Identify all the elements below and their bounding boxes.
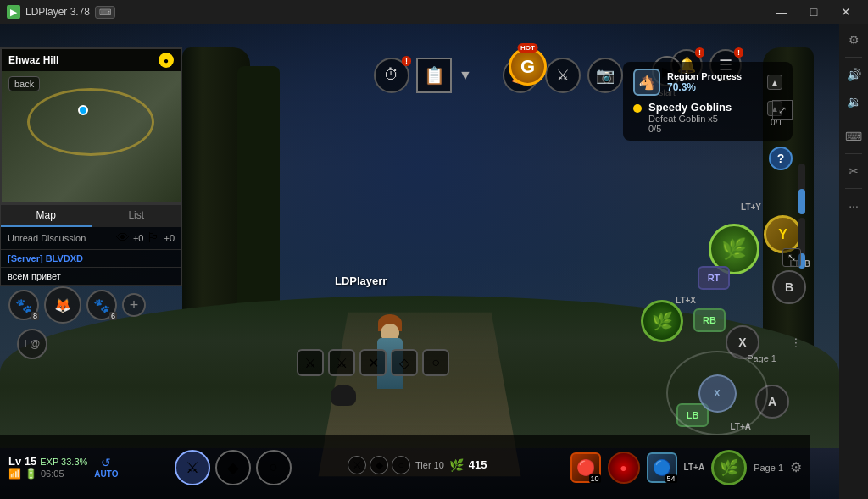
server-row: [Server] BLVDXD	[1, 250, 181, 268]
chat-text: всем привет	[8, 271, 61, 281]
clock-badge: !	[402, 56, 411, 66]
close-button[interactable]: ✕	[831, 0, 861, 24]
pet-btn-2[interactable]: 🦊	[44, 286, 81, 324]
help-button[interactable]: ?	[769, 147, 793, 170]
skill-btn-3[interactable]: ✕	[359, 349, 387, 376]
app-title: LDPlayer 3.78	[25, 6, 90, 18]
sidebar-settings-btn[interactable]: ⚙	[842, 28, 865, 52]
skill-icon-3[interactable]: ○	[256, 450, 292, 485]
rt-button[interactable]: RT	[698, 266, 730, 290]
pet-btn-3[interactable]: 🐾 6	[86, 290, 117, 320]
auto-arrow-icon: ↺	[101, 456, 111, 469]
page-bottom-label: Page 1	[754, 463, 783, 473]
joystick-center[interactable]: X	[698, 374, 737, 413]
minimize-button[interactable]: —	[766, 0, 797, 24]
expand-up-btn[interactable]: ▲	[767, 75, 782, 90]
volume-down-icon: 🔉	[847, 95, 861, 108]
flag-icon: 🏳	[147, 230, 160, 246]
skill-btn-5[interactable]: ○	[422, 349, 449, 376]
unread-flag-count: +0	[164, 233, 175, 243]
auto-label: AUTO	[94, 469, 118, 479]
quest-icon-btn[interactable]: 📋	[416, 58, 452, 93]
joystick-ring[interactable]: X	[666, 351, 768, 435]
rt-label: RT	[708, 273, 721, 283]
pet-1-num: 8	[31, 312, 39, 320]
tier-icon-2: ◆	[370, 456, 388, 474]
lg-label: L@	[25, 338, 41, 350]
server-label: [Server] BLVDXD	[8, 253, 83, 263]
dropdown-arrow[interactable]: ▼	[459, 68, 472, 83]
player-name: LDPlayerr	[335, 274, 387, 287]
rb-button[interactable]: RB	[693, 308, 726, 332]
pet-1-icon: 🐾	[15, 297, 32, 313]
map-list-tabs: Map List	[1, 205, 181, 227]
hp-mp-area: ⚔ ◆ ○ Tier 10 🌿 415 559/688	[348, 456, 564, 480]
minimap-back-btn[interactable]: back	[8, 76, 40, 91]
bottom-hud: Lv 15 EXP 33.3% 📶 🔋 06:05 ↺ AUTO ⚔ ◆ ○ ⚔	[0, 435, 810, 499]
red-orb-btn[interactable]: ●	[608, 452, 640, 484]
potion-2[interactable]: 🔵 54	[647, 452, 677, 483]
pet-add-btn[interactable]: +	[122, 293, 146, 317]
tab-list[interactable]: List	[92, 205, 182, 227]
tier-row: ⚔ ◆ ○ Tier 10 🌿 415	[348, 456, 564, 474]
unread-icons: 👁 +0 🏳 +0	[116, 230, 175, 246]
lb-hud-btn[interactable]: 🌿	[711, 450, 747, 485]
app-icon: ▶	[7, 5, 20, 19]
wifi-icon: 📶	[8, 468, 21, 480]
level-box: Lv 15 EXP 33.3% 📶 🔋 06:05	[8, 455, 87, 480]
bell-badge: !	[695, 47, 704, 58]
game-area: LDPlayerr ⏱ ! 📋 ▼ ⛺ ⚔ 📷	[0, 24, 839, 499]
sidebar-sep-2	[845, 119, 862, 119]
sidebar-screenshot-btn[interactable]: ✂	[842, 159, 865, 183]
sword-icon-btn[interactable]: ⚔	[545, 58, 581, 93]
camera-icon-btn[interactable]: 📷	[587, 58, 623, 93]
quest-name: Speedy Goblins	[648, 101, 760, 114]
minimap-marker	[78, 105, 88, 115]
maximize-button[interactable]: □	[798, 0, 829, 24]
skill-btn-1[interactable]: ⚔	[297, 349, 324, 376]
more-options-btn[interactable]: ···	[788, 337, 804, 348]
potion-2-count: 54	[665, 474, 677, 483]
green-skill-button[interactable]: 🌿	[641, 300, 683, 342]
tree-mid-left	[237, 66, 280, 320]
keyboard-badge: ⌨	[95, 6, 115, 19]
g-hot-button[interactable]: G HOT	[509, 47, 547, 86]
skill-icon-2[interactable]: ◆	[215, 450, 251, 485]
volume-slider[interactable]	[798, 164, 805, 214]
sidebar-vol-down-btn[interactable]: 🔉	[842, 90, 865, 114]
skill-icon-1[interactable]: ⚔	[175, 450, 210, 485]
minimap-path	[27, 88, 154, 156]
expand-button[interactable]: ⤢	[772, 100, 793, 120]
combat-controls: 🌿 Y LT+Y LT+B RT LT+X 🌿 RB B X LB	[624, 198, 810, 435]
volume-up-icon: 🔊	[847, 68, 861, 81]
sidebar-vol-up-btn[interactable]: 🔊	[842, 63, 865, 86]
skill-btn-4[interactable]: ◇	[391, 349, 418, 376]
lg-button[interactable]: L@	[17, 329, 47, 359]
hot-badge: HOT	[517, 43, 538, 53]
sidebar-more-btn[interactable]: ···	[842, 194, 865, 218]
top-icons: ⏱ ! 📋 ▼ ⛺ ⚔ 📷	[374, 58, 623, 93]
battery-icon: 🔋	[25, 468, 37, 480]
tier-icon-3: ○	[392, 456, 410, 474]
skill-btn-2[interactable]: ⚔	[328, 349, 355, 376]
region-icon: 🐴	[633, 69, 660, 96]
settings-cog-btn[interactable]: ⚙	[790, 459, 802, 475]
sidebar-keyboard-btn[interactable]: ⌨	[842, 125, 865, 148]
expand-arrows-btn[interactable]: ⤡	[782, 248, 801, 267]
quest-progress: 0/5	[648, 124, 760, 134]
quest-dot	[633, 104, 642, 113]
quest-subtitle: Defeat Goblin x5	[648, 114, 760, 124]
pet-btn-1[interactable]: 🐾 8	[8, 290, 39, 320]
b-button[interactable]: B	[772, 270, 806, 304]
tier-icons: ⚔ ◆ ○	[348, 456, 410, 474]
region-percentage: 70.3%	[667, 81, 760, 93]
menu-badge: !	[734, 47, 743, 58]
joystick-x-label: X	[714, 388, 720, 398]
region-row: 🐴 Region Progress 70.3% ▲	[633, 69, 782, 96]
lt-a-hud-label: LT+A	[684, 463, 705, 472]
auto-button[interactable]: ↺ AUTO	[94, 456, 118, 479]
tab-map[interactable]: Map	[1, 205, 92, 227]
minimap-gold-icon: ●	[159, 53, 174, 68]
potion-1[interactable]: 🔴 10	[570, 452, 601, 483]
clock-icon-btn[interactable]: ⏱ !	[374, 58, 409, 93]
